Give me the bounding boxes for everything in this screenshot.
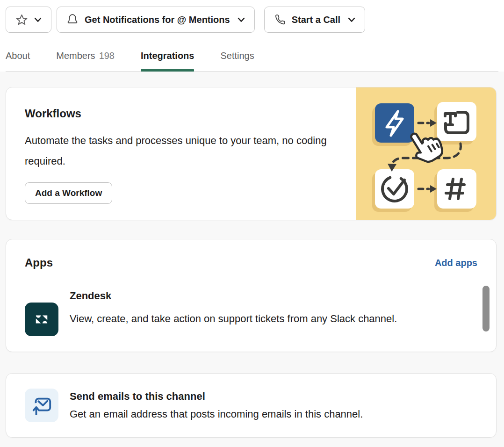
apps-title: Apps xyxy=(25,256,53,269)
workflows-title: Workflows xyxy=(25,107,346,120)
email-card-info: Send emails to this channel Get an email… xyxy=(70,390,363,420)
workflows-card: Workflows Automate the tasks and process… xyxy=(6,87,497,220)
send-emails-card[interactable]: Send emails to this channel Get an email… xyxy=(6,373,497,438)
channel-detail-tabs: About Members198 Integrations Settings xyxy=(6,50,498,72)
hash-icon xyxy=(437,169,476,209)
add-workflow-button[interactable]: Add a Workflow xyxy=(25,182,112,204)
email-card-description: Get an email address that posts incoming… xyxy=(70,408,363,420)
notifications-button[interactable]: Get Notifications for @ Mentions xyxy=(57,7,255,33)
add-apps-link[interactable]: Add apps xyxy=(435,258,477,268)
app-list-item-zendesk[interactable]: Zendesk View, create, and take action on… xyxy=(25,290,477,336)
tab-settings[interactable]: Settings xyxy=(220,50,254,71)
tab-about[interactable]: About xyxy=(6,50,30,71)
workflows-description: Automate the tasks and processes unique … xyxy=(25,130,343,172)
tab-members-label: Members xyxy=(56,50,95,61)
workflows-card-body: Workflows Automate the tasks and process… xyxy=(6,87,356,220)
incoming-email-icon xyxy=(25,389,58,422)
zendesk-logo-icon xyxy=(25,303,58,336)
phone-icon xyxy=(274,14,286,26)
star-icon xyxy=(15,14,28,26)
app-name: Zendesk xyxy=(70,290,397,302)
lightning-icon xyxy=(375,103,414,143)
tab-members[interactable]: Members198 xyxy=(56,50,115,71)
integrations-panel: Workflows Automate the tasks and process… xyxy=(0,72,504,438)
apps-scrollbar[interactable] xyxy=(482,286,490,332)
email-card-title: Send emails to this channel xyxy=(70,390,363,403)
app-description: View, create, and take action on support… xyxy=(70,309,397,329)
bell-icon xyxy=(66,14,79,26)
notifications-button-label: Get Notifications for @ Mentions xyxy=(85,14,230,25)
workflows-illustration xyxy=(356,87,496,220)
start-call-button-label: Start a Call xyxy=(292,14,340,25)
header-actions: Get Notifications for @ Mentions Start a… xyxy=(6,7,498,33)
start-call-button[interactable]: Start a Call xyxy=(264,7,365,33)
tab-integrations[interactable]: Integrations xyxy=(141,50,194,71)
text-input-icon xyxy=(437,102,476,141)
apps-card: Apps Add apps Zendesk View, create, and … xyxy=(6,239,497,352)
app-info: Zendesk View, create, and take action on… xyxy=(70,290,397,329)
favorite-button[interactable] xyxy=(6,7,51,33)
members-count: 198 xyxy=(99,50,115,61)
check-circle-icon xyxy=(375,169,414,209)
tab-about-label: About xyxy=(6,50,30,61)
chevron-down-icon xyxy=(348,17,355,22)
tab-settings-label: Settings xyxy=(220,50,254,61)
channel-header: Get Notifications for @ Mentions Start a… xyxy=(0,0,504,72)
tab-integrations-label: Integrations xyxy=(141,50,194,61)
chevron-down-icon xyxy=(34,17,42,22)
chevron-down-icon xyxy=(238,17,245,22)
